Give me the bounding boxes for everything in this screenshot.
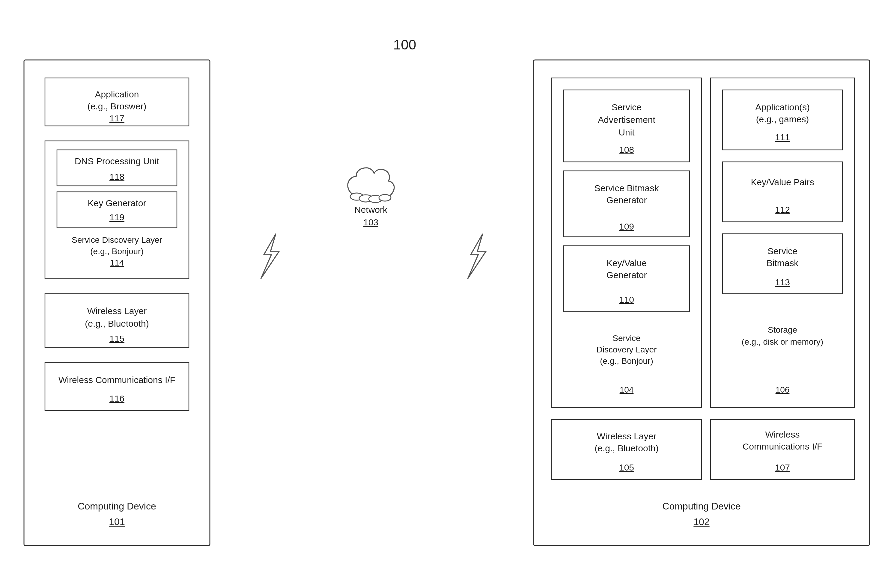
sbg-label2: Generator: [606, 195, 647, 205]
sb-label2: Bitmask: [766, 258, 799, 268]
storage-right-label2: (e.g., disk or memory): [742, 337, 823, 346]
lightning-left: [261, 234, 279, 279]
apps-label1: Application(s): [755, 102, 810, 112]
wci-left-box: [45, 363, 189, 411]
storage-group-right-box: [711, 78, 855, 408]
sdl-right-label1: Service: [613, 333, 640, 343]
sdl-left-label2: (e.g., Bonjour): [90, 247, 143, 256]
sau-label1: Service: [612, 102, 642, 112]
sb-ref: 113: [775, 277, 790, 287]
sdl-right-label2: Discovery Layer: [597, 345, 657, 354]
key-gen-label: Key Generator: [87, 198, 146, 208]
apps-label2: (e.g., games): [756, 114, 809, 124]
kvg-label2: Generator: [606, 270, 647, 280]
wl-right-label2: (e.g., Bluetooth): [595, 443, 658, 453]
wci-left-label: Wireless Communications I/F: [59, 375, 175, 385]
key-gen-box: [57, 192, 177, 228]
sbg-ref: 109: [619, 222, 634, 231]
network-cloud: [348, 168, 394, 202]
diagram-number: 100: [393, 37, 416, 52]
kvp-label: Key/Value Pairs: [751, 177, 814, 187]
storage-right-label1: Storage: [768, 325, 797, 334]
wl-right-ref: 105: [619, 462, 634, 472]
right-device-label: Computing Device: [662, 501, 741, 512]
storage-right-ref: 106: [775, 385, 790, 394]
wl-left-ref: 115: [110, 333, 125, 344]
left-device-ref: 101: [109, 516, 125, 527]
kvp-ref: 112: [775, 205, 790, 214]
wci-right-ref: 107: [775, 462, 790, 472]
sdl-left-label1: Service Discovery Layer: [72, 235, 162, 244]
wci-right-label2: Communications I/F: [742, 441, 823, 452]
left-device-box: [24, 60, 210, 546]
sau-label2: Advertisement: [598, 115, 655, 124]
kvg-label1: Key/Value: [607, 258, 647, 268]
app-label: Application: [95, 89, 139, 99]
apps-ref: 111: [775, 132, 790, 142]
dns-label: DNS Processing Unit: [75, 156, 159, 166]
svg-point-3: [379, 195, 391, 201]
wl-right-label1: Wireless Layer: [597, 431, 656, 441]
wl-left-label1: Wireless Layer: [87, 306, 147, 316]
sdl-right-ref: 104: [620, 385, 634, 394]
wci-left-ref: 116: [110, 393, 125, 404]
left-device-label: Computing Device: [78, 501, 156, 512]
sbg-label1: Service Bitmask: [594, 183, 659, 193]
sb-label1: Service: [768, 246, 798, 256]
app-label2: (e.g., Broswer): [87, 101, 147, 111]
kvg-ref: 110: [619, 295, 634, 304]
sau-label3: Unit: [619, 128, 635, 137]
sau-ref: 108: [619, 145, 634, 154]
sdl-right-label3: (e.g., Bonjour): [600, 356, 653, 366]
network-ref: 103: [364, 217, 378, 227]
lightning-right: [468, 234, 486, 279]
key-gen-ref: 119: [110, 212, 125, 222]
app-ref: 117: [110, 113, 125, 123]
network-label: Network: [355, 205, 388, 214]
wl-left-label2: (e.g., Bluetooth): [85, 319, 149, 328]
wci-right-label1: Wireless: [765, 429, 799, 440]
dns-ref: 118: [110, 172, 125, 182]
sdl-left-ref: 114: [110, 258, 124, 267]
right-device-ref: 102: [693, 516, 709, 527]
